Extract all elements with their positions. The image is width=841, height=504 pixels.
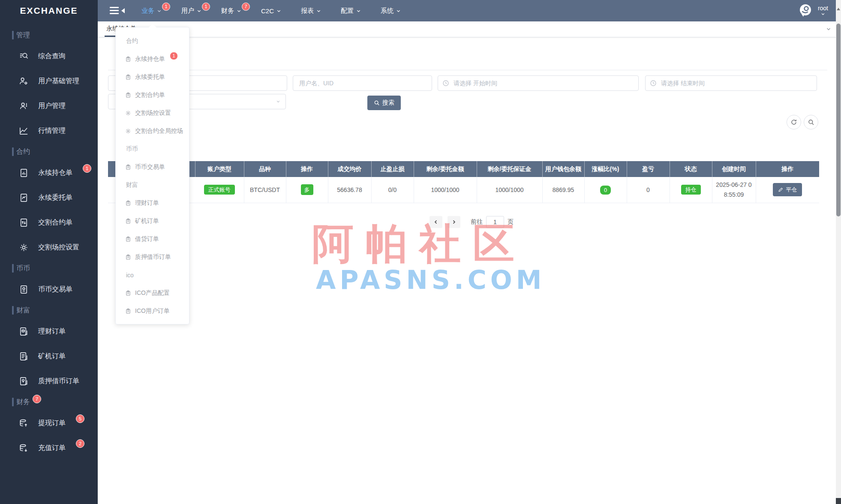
dropdown-item-wealth-order[interactable]: 理财订单 bbox=[116, 194, 189, 212]
dropdown-item-delivery-global-control[interactable]: 交割合约全局控场 bbox=[116, 122, 189, 140]
username: root bbox=[818, 5, 828, 12]
doc-coin-icon bbox=[19, 285, 29, 294]
col-avg-price: 成交均价 bbox=[328, 161, 371, 177]
nav-item-config[interactable]: 配置 bbox=[341, 7, 367, 15]
doc-trend-icon bbox=[19, 193, 29, 203]
col-symbol: 品种 bbox=[244, 161, 286, 177]
refresh-button[interactable] bbox=[787, 115, 801, 129]
nav-item-report[interactable]: 报表 bbox=[301, 7, 327, 15]
cell-tp-sl: 0/0 bbox=[371, 177, 414, 203]
sidebar-section-finance: 财务 7 bbox=[16, 393, 98, 411]
dropdown-caret bbox=[149, 24, 156, 27]
sidebar-item-spot-trade[interactable]: 币币交易单 bbox=[0, 277, 98, 302]
dropdown-item-ico-product[interactable]: ICO产品配置 bbox=[116, 284, 189, 302]
prev-page-button[interactable] bbox=[430, 216, 442, 228]
sidebar-item-deposit-order[interactable]: 充值订单 2 bbox=[0, 435, 98, 460]
change-pct-badge: 0 bbox=[600, 186, 611, 195]
dropdown-item-spot-trade[interactable]: 币币交易单 bbox=[116, 158, 189, 176]
card-divider bbox=[108, 70, 827, 70]
cell-status: 持仓 bbox=[670, 177, 712, 203]
sidebar-item-perpetual-order[interactable]: 永续委托单 bbox=[0, 185, 98, 210]
sidebar-section-manage: 管理 bbox=[16, 27, 98, 44]
nav-badge: 1 bbox=[162, 3, 170, 11]
goto-label: 前往 bbox=[471, 218, 483, 226]
badge: 1 bbox=[170, 52, 178, 60]
dropdown-item-pledge-order[interactable]: 质押借币订单 bbox=[116, 248, 189, 266]
dropdown-item-miner-order[interactable]: 矿机订单 bbox=[116, 212, 189, 230]
start-time-input[interactable] bbox=[438, 75, 639, 91]
scrollbar-down-arrow[interactable] bbox=[836, 498, 841, 504]
start-time-picker[interactable] bbox=[438, 75, 639, 91]
scrollbar-thumb[interactable] bbox=[836, 24, 841, 216]
table-row: 正式账号 BTC/USDT 多 56636.78 0/0 1000/1000 1… bbox=[108, 177, 819, 203]
nav-badge: 1 bbox=[202, 3, 210, 11]
magnifier-icon bbox=[808, 119, 814, 126]
end-time-input[interactable] bbox=[645, 75, 817, 91]
cell-account-type: 正式账号 bbox=[195, 177, 244, 203]
sidebar-item-miner-order[interactable]: 矿机订单 bbox=[0, 344, 98, 369]
chevron-down-icon bbox=[237, 9, 241, 13]
sidebar-item-market-manage[interactable]: 行情管理 bbox=[0, 118, 98, 143]
dropdown-group-ico: ico bbox=[116, 266, 189, 284]
next-page-button[interactable] bbox=[448, 216, 460, 228]
dropdown-group-contract: 合约 bbox=[116, 32, 189, 50]
sidebar-item-pledge-order[interactable]: 质押借币订单 bbox=[0, 369, 98, 393]
clipboard-icon bbox=[125, 218, 131, 224]
sidebar-item-withdraw-order[interactable]: 提现订单 5 bbox=[0, 411, 98, 435]
dropdown-item-perpetual-position[interactable]: 永续持仓单 1 bbox=[116, 50, 189, 68]
nav-item-business[interactable]: 业务 1 bbox=[141, 7, 168, 15]
sidebar-item-composite-query[interactable]: 综合查询 bbox=[0, 44, 98, 69]
dropdown-item-delivery-control[interactable]: 交割场控设置 bbox=[116, 104, 189, 122]
nav-item-user[interactable]: 用户 1 bbox=[181, 7, 207, 15]
sidebar-item-wealth-order[interactable]: 理财订单 bbox=[0, 319, 98, 344]
avatar-icon bbox=[797, 3, 814, 19]
page-number-input[interactable] bbox=[486, 216, 504, 228]
cell-remain-amount: 1000/1000 bbox=[414, 177, 477, 203]
cell-change-pct: 0 bbox=[584, 177, 627, 203]
clipboard-icon bbox=[125, 74, 131, 80]
end-time-picker[interactable] bbox=[645, 75, 817, 91]
sidebar-item-perpetual-position[interactable]: 永续持仓单 1 bbox=[0, 160, 98, 185]
tagbar-chevron-down-icon[interactable] bbox=[826, 27, 832, 32]
chevron-down-icon bbox=[316, 9, 321, 13]
search-button[interactable]: 搜索 bbox=[367, 96, 401, 110]
edit-pencil-icon bbox=[778, 187, 784, 192]
sidebar-section-contract: 合约 bbox=[16, 143, 98, 160]
chevron-down-icon bbox=[820, 12, 826, 16]
badge: 5 bbox=[76, 414, 84, 423]
sidebar: 管理 综合查询 用户基础管理 用户管理 行情管理 bbox=[0, 21, 98, 504]
nav-item-c2c[interactable]: C2C bbox=[261, 7, 287, 15]
col-remain-amount: 剩余/委托金额 bbox=[414, 161, 477, 177]
dropdown-item-ico-user-order[interactable]: ICO用户订单 bbox=[116, 302, 189, 320]
nav-item-system[interactable]: 系统 bbox=[381, 7, 407, 15]
sidebar-item-user-manage[interactable]: 用户管理 bbox=[0, 93, 98, 118]
user-gear-icon bbox=[19, 76, 29, 86]
column-search-button[interactable] bbox=[804, 115, 818, 129]
doc-lock-icon bbox=[19, 376, 29, 386]
chevron-right-icon bbox=[451, 219, 457, 225]
sidebar-item-user-base-manage[interactable]: 用户基础管理 bbox=[0, 69, 98, 93]
sidebar-item-delivery-contract[interactable]: 交割合约单 bbox=[0, 210, 98, 235]
top-nav: 业务 1 用户 1 财务 7 C2C 报表 bbox=[141, 0, 407, 21]
cell-remain-margin: 1000/1000 bbox=[477, 177, 542, 203]
sidebar-collapse-button[interactable] bbox=[110, 6, 127, 15]
dropdown-item-delivery-contract[interactable]: 交割合约单 bbox=[116, 86, 189, 104]
clock-icon bbox=[650, 80, 657, 87]
page-scrollbar[interactable] bbox=[836, 0, 841, 504]
dropdown-item-perpetual-order[interactable]: 永续委托单 bbox=[116, 68, 189, 86]
clock-icon bbox=[442, 80, 449, 87]
table-header-row: 账户类型 品种 操作 成交均价 止盈止损 剩余/委托金额 剩余/委托保证金 用户… bbox=[108, 161, 819, 177]
chevron-down-icon bbox=[276, 9, 281, 13]
close-position-button[interactable]: 平仓 bbox=[773, 183, 802, 196]
business-dropdown-menu: 合约 永续持仓单 1 永续委托单 交割合约单 交割场控设置 bbox=[115, 27, 189, 324]
user-menu[interactable]: root bbox=[797, 0, 828, 21]
col-status: 状态 bbox=[670, 161, 712, 177]
gear-icon bbox=[19, 243, 29, 252]
doc-savings-icon bbox=[19, 327, 29, 336]
sidebar-item-delivery-control[interactable]: 交割场控设置 bbox=[0, 235, 98, 260]
dropdown-item-loan-order[interactable]: 借贷订单 bbox=[116, 230, 189, 248]
col-direction: 操作 bbox=[286, 161, 328, 177]
username-uid-input[interactable] bbox=[293, 75, 432, 91]
nav-item-finance[interactable]: 财务 7 bbox=[221, 7, 247, 15]
scrollbar-up-arrow[interactable] bbox=[837, 8, 840, 10]
